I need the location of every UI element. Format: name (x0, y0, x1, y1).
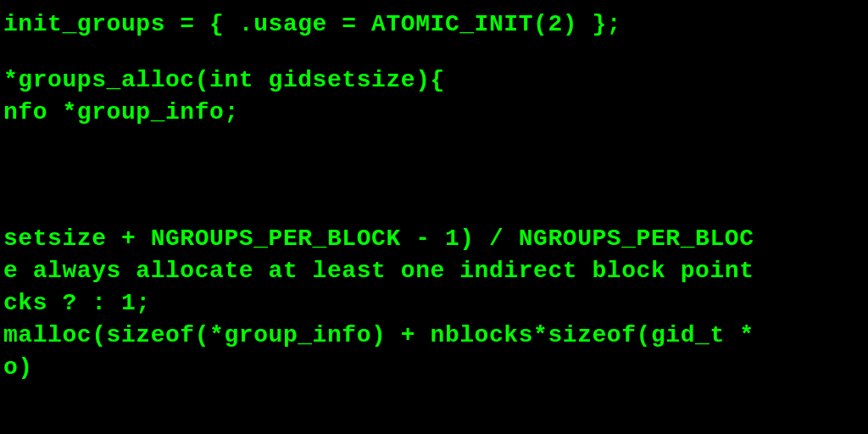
code-line-13: o) (0, 352, 868, 384)
code-line-3: *groups_alloc(int gidsetsize){ (0, 64, 868, 97)
code-line-11: cks ? : 1; (0, 287, 868, 320)
code-line-7 (0, 175, 868, 199)
code-line-5 (0, 128, 868, 152)
code-line-4: nfo *group_info; (0, 97, 868, 129)
code-line-2 (0, 41, 868, 64)
code-line-8 (0, 199, 868, 223)
code-line-1: init_groups = { .usage = ATOMIC_INIT(2) … (0, 8, 868, 41)
code-line-10: e always allocate at least one indirect … (0, 255, 868, 287)
code-line-6 (0, 152, 868, 175)
code-display: init_groups = { .usage = ATOMIC_INIT(2) … (0, 0, 868, 434)
code-line-12: malloc(sizeof(*group_info) + nblocks*siz… (0, 320, 868, 352)
code-line-9: setsize + NGROUPS_PER_BLOCK - 1) / NGROU… (0, 223, 868, 255)
